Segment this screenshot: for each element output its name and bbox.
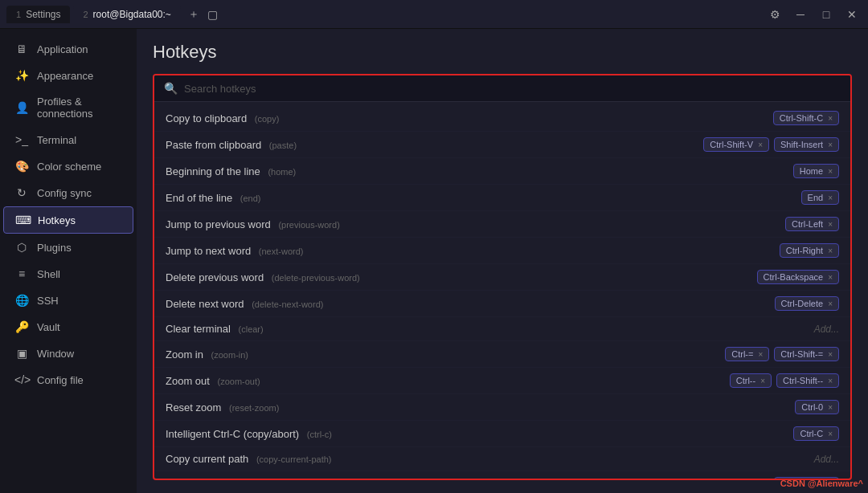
- remove-binding-button[interactable]: ×: [760, 377, 765, 385]
- remove-binding-button[interactable]: ×: [828, 246, 833, 255]
- terminal-icon: >_: [14, 133, 29, 146]
- hotkey-row: Delete next word (delete-next-word)Ctrl-…: [154, 291, 850, 317]
- shell-icon: ≡: [14, 267, 29, 280]
- hotkey-cmd: (previous-word): [278, 220, 339, 230]
- hotkey-row: Search (search)Ctrl-Shift-F×: [154, 471, 850, 479]
- new-tab-button[interactable]: ＋: [184, 5, 203, 24]
- hotkey-bindings: End×: [801, 190, 839, 205]
- hotkey-bindings: Ctrl-Shift-F×: [774, 477, 839, 479]
- hotkey-cmd: (paste): [269, 141, 297, 150]
- key-label: Home: [800, 166, 823, 176]
- hotkey-bindings: Ctrl-Left×: [785, 217, 839, 231]
- maximize-button[interactable]: □: [817, 5, 836, 24]
- config-file-icon: </>: [14, 373, 29, 386]
- key-label: Ctrl-Shift-=: [780, 349, 823, 359]
- hotkey-bindings: Ctrl-Backspace×: [757, 270, 839, 284]
- hotkey-cmd: (clear): [239, 324, 264, 334]
- remove-binding-button[interactable]: ×: [828, 403, 833, 412]
- sidebar-item-window[interactable]: ▣Window: [3, 340, 133, 366]
- remove-binding-button[interactable]: ×: [828, 114, 833, 123]
- gear-button[interactable]: ⚙: [765, 5, 784, 24]
- key-label: Shift-Insert: [780, 140, 823, 149]
- key-badge: Ctrl--×: [730, 373, 772, 388]
- hotkey-label: Copy current path (copy-current-path): [166, 453, 814, 465]
- hotkey-bindings: Ctrl-Shift-V×Shift-Insert×: [703, 137, 839, 152]
- key-label: Ctrl-Shift-C: [780, 113, 823, 123]
- remove-binding-button[interactable]: ×: [758, 141, 763, 149]
- hotkey-cmd: (zoom-in): [211, 350, 248, 360]
- remove-binding-button[interactable]: ×: [828, 220, 833, 229]
- remove-binding-button[interactable]: ×: [828, 273, 833, 282]
- key-badge: Shift-Insert×: [774, 137, 839, 152]
- window-icon: ▣: [14, 347, 29, 360]
- key-badge: Home×: [793, 164, 839, 178]
- key-badge: End×: [801, 190, 839, 205]
- hotkey-cmd: (copy): [255, 114, 280, 124]
- titlebar: 1 Settings 2 root@Bigdata00:~ ＋ ▢ ⚙ ─ □ …: [0, 0, 868, 29]
- hotkey-row: Jump to previous word (previous-word)Ctr…: [154, 211, 850, 238]
- key-badge: Ctrl-0×: [795, 400, 839, 414]
- sidebar-label-shell: Shell: [37, 268, 60, 280]
- remove-binding-button[interactable]: ×: [828, 167, 833, 176]
- tab-terminal[interactable]: 2 root@Bigdata00:~: [73, 6, 180, 23]
- hotkey-label: Search (search): [166, 479, 774, 479]
- sidebar-item-ssh[interactable]: 🌐SSH: [3, 287, 133, 313]
- color-scheme-icon: 🎨: [14, 160, 29, 173]
- vault-icon: 🔑: [14, 320, 29, 333]
- sidebar-label-plugins: Plugins: [37, 242, 72, 254]
- hotkey-label: Reset zoom (reset-zoom): [166, 401, 795, 414]
- hotkey-bindings: Ctrl-0×: [795, 400, 839, 414]
- key-label: Ctrl-Left: [792, 219, 823, 229]
- remove-binding-button[interactable]: ×: [828, 299, 833, 308]
- content-area: Hotkeys 🔍 Copy to clipboard (copy)Ctrl-S…: [137, 29, 868, 493]
- panel-title: Hotkeys: [153, 42, 852, 63]
- sidebar-item-plugins[interactable]: ⬡Plugins: [3, 234, 133, 260]
- hotkey-bindings: Home×: [793, 164, 839, 178]
- remove-binding-button[interactable]: ×: [828, 141, 833, 149]
- add-binding-placeholder: Add...: [814, 324, 839, 335]
- tab-settings[interactable]: 1 Settings: [6, 6, 70, 23]
- sidebar-item-terminal[interactable]: >_Terminal: [3, 127, 133, 153]
- remove-binding-button[interactable]: ×: [828, 350, 833, 359]
- sidebar-item-profiles[interactable]: 👤Profiles & connections: [3, 89, 133, 126]
- remove-binding-button[interactable]: ×: [828, 430, 833, 438]
- sidebar-item-appearance[interactable]: ✨Appearance: [3, 63, 133, 88]
- remove-binding-button[interactable]: ×: [828, 377, 833, 385]
- key-label: Ctrl-0: [801, 402, 823, 412]
- sidebar-label-window: Window: [37, 348, 74, 360]
- config-sync-icon: ↻: [14, 186, 29, 199]
- sidebar: 🖥Application✨Appearance👤Profiles & conne…: [0, 29, 137, 493]
- sidebar-item-config-file[interactable]: </>Config file: [3, 367, 133, 393]
- split-button[interactable]: ▢: [203, 5, 223, 24]
- key-badge: Ctrl-=×: [725, 347, 769, 361]
- hotkey-bindings: Add...: [814, 454, 839, 465]
- hotkey-cmd: (reset-zoom): [229, 403, 279, 413]
- tab-num-2: 2: [83, 10, 88, 19]
- tab-label-settings: Settings: [26, 9, 60, 20]
- minimize-button[interactable]: ─: [791, 5, 810, 24]
- sidebar-item-config-sync[interactable]: ↻Config sync: [3, 180, 133, 206]
- close-button[interactable]: ✕: [842, 5, 862, 24]
- sidebar-item-color-scheme[interactable]: 🎨Color scheme: [3, 153, 133, 179]
- hotkey-cmd: (end): [240, 194, 261, 203]
- hotkey-cmd: (next-word): [259, 246, 304, 256]
- hotkey-label: Paste from clipboard (paste): [166, 139, 703, 151]
- sidebar-item-hotkeys[interactable]: ⌨Hotkeys: [3, 206, 133, 234]
- profiles-icon: 👤: [14, 101, 29, 114]
- key-badge: Ctrl-C×: [793, 426, 839, 441]
- hotkey-bindings: Ctrl-Delete×: [775, 296, 839, 311]
- search-input[interactable]: [184, 83, 841, 95]
- sidebar-item-shell[interactable]: ≡Shell: [3, 261, 133, 287]
- ssh-icon: 🌐: [14, 294, 29, 307]
- key-badge: Ctrl-Shift-F×: [774, 477, 839, 479]
- search-icon: 🔍: [164, 82, 178, 95]
- hotkey-row: Zoom in (zoom-in)Ctrl-=×Ctrl-Shift-=×: [154, 341, 850, 368]
- key-label: Ctrl-Shift-V: [710, 140, 753, 149]
- remove-binding-button[interactable]: ×: [828, 194, 833, 202]
- hotkey-row: Beginning of the line (home)Home×: [154, 158, 850, 185]
- sidebar-item-application[interactable]: 🖥Application: [3, 36, 133, 62]
- remove-binding-button[interactable]: ×: [758, 350, 763, 359]
- key-badge: Ctrl-Shift-=×: [774, 347, 839, 361]
- sidebar-item-vault[interactable]: 🔑Vault: [3, 314, 133, 340]
- key-label: Ctrl-Delete: [781, 299, 824, 308]
